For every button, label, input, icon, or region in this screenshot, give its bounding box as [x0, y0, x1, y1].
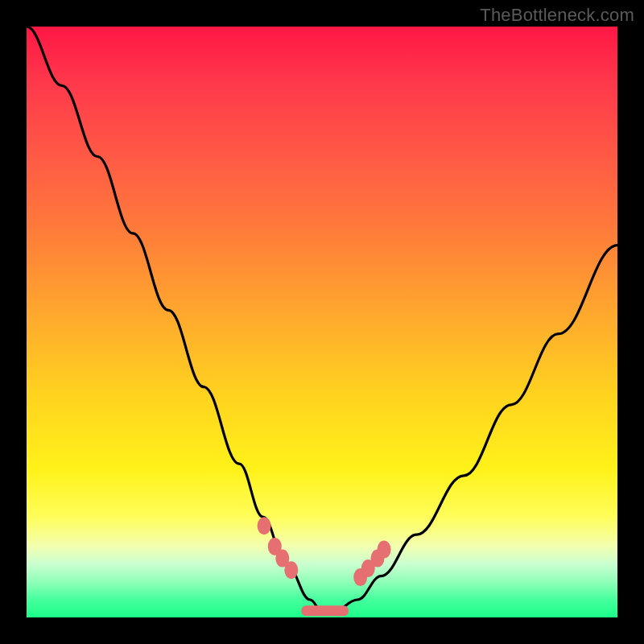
markers-left-cluster — [258, 517, 299, 579]
marker-dot — [284, 561, 298, 579]
chart-frame: TheBottleneck.com — [0, 0, 644, 644]
marker-dot — [378, 541, 391, 559]
bottleneck-curve — [27, 27, 617, 612]
marker-dot — [258, 517, 271, 535]
curve-flat-segment — [301, 605, 349, 616]
markers-right-cluster — [353, 541, 390, 587]
chart-overlay — [27, 27, 617, 617]
watermark-text: TheBottleneck.com — [480, 5, 634, 26]
